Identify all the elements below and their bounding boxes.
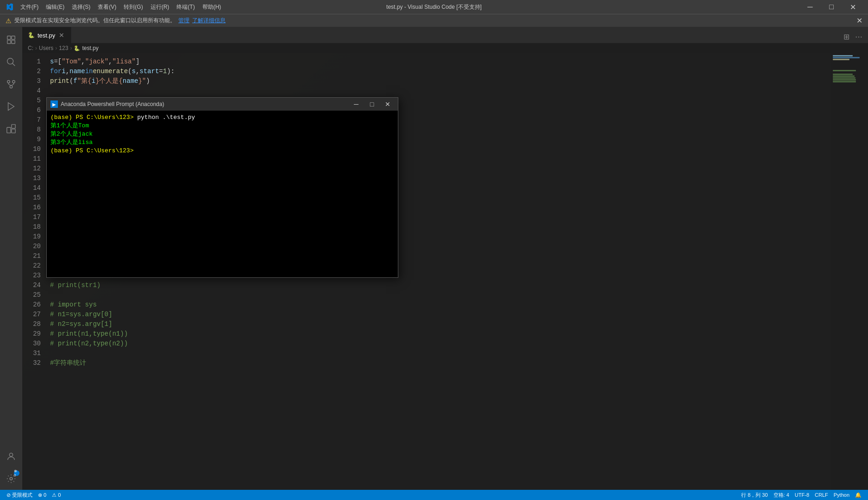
menu-help[interactable]: 帮助(H) — [199, 0, 225, 14]
status-bar: ⊘ 受限模式 ⊗ 0 ⚠ 0 行 8，列 30 空格: 4 UTF-8 CRLF… — [0, 490, 868, 500]
terminal-close-button[interactable]: ✕ — [381, 99, 394, 109]
svg-rect-3 — [12, 40, 15, 44]
code-line[interactable] — [50, 349, 831, 358]
restricted-close-button[interactable]: ✕ — [856, 16, 862, 25]
learn-more-link[interactable]: 了解详细信息 — [192, 17, 226, 25]
terminal-content[interactable]: (base) PS C:\Users\123> python .\test.py… — [47, 111, 398, 277]
menu-run[interactable]: 运行(R) — [147, 0, 173, 14]
settings-badge: ⊗ 0 — [14, 470, 19, 476]
code-line[interactable]: s=["Tom","jack","lisa"] — [50, 57, 831, 67]
minimize-button[interactable]: ─ — [799, 0, 821, 14]
terminal-line: (base) PS C:\Users\123> python .\test.py — [50, 113, 394, 122]
svg-rect-2 — [7, 40, 11, 44]
terminal-line: 第2个人是jack — [50, 130, 394, 138]
breadcrumb-sep-1: › — [35, 45, 37, 51]
tab-label: test.py — [38, 32, 55, 39]
code-line[interactable] — [50, 86, 831, 96]
cursor-position[interactable]: 行 8，列 30 — [738, 490, 770, 500]
title-bar: 文件(F) 编辑(E) 选择(S) 查看(V) 转到(G) 运行(R) 终端(T… — [0, 0, 868, 14]
activity-search[interactable] — [0, 51, 22, 73]
split-editor-button[interactable]: ⊞ — [842, 31, 851, 43]
activity-explorer[interactable] — [0, 29, 22, 51]
breadcrumb-users[interactable]: Users — [39, 45, 53, 51]
code-line[interactable]: # n1=sys.argv[0] — [50, 310, 831, 319]
activity-account[interactable] — [0, 445, 22, 468]
code-line[interactable]: #字符串统计 — [50, 358, 831, 368]
minimap — [831, 53, 868, 490]
activity-bar: ⊗ 0 — [0, 27, 22, 490]
status-right: 行 8，列 30 空格: 4 UTF-8 CRLF Python 🔔 — [738, 490, 864, 500]
svg-rect-0 — [7, 36, 11, 39]
code-line[interactable]: # print(n1,type(n1)) — [50, 329, 831, 339]
indentation[interactable]: 空格: 4 — [771, 490, 792, 500]
vscode-logo-icon — [5, 3, 13, 11]
code-line[interactable]: for i,name in enumerate(s,start=1): — [50, 67, 831, 76]
close-button[interactable]: ✕ — [842, 0, 863, 14]
errors-status[interactable]: ⊗ 0 — [35, 490, 49, 500]
svg-line-5 — [13, 63, 15, 66]
code-line[interactable]: # n2=sys.argv[1] — [50, 319, 831, 329]
svg-point-4 — [7, 58, 13, 64]
tab-test-py[interactable]: 🐍 test.py ✕ — [22, 27, 71, 43]
python-file-icon: 🐍 — [28, 32, 35, 38]
menu-file[interactable]: 文件(F) — [17, 0, 42, 14]
breadcrumb-sep-2: › — [55, 45, 57, 51]
menu-goto[interactable]: 转到(G) — [120, 0, 146, 14]
warning-icon: ⚠ — [6, 17, 12, 25]
breadcrumb-sep-3: › — [70, 45, 72, 51]
activity-source-control[interactable] — [0, 73, 22, 95]
svg-rect-1 — [12, 36, 15, 39]
breadcrumb: C: › Users › 123 › 🐍 test.py — [22, 43, 868, 53]
restricted-text: 受限模式旨在实现安全地浏览代码。信任此窗口以启用所有功能。 — [14, 17, 176, 25]
svg-point-8 — [10, 86, 13, 88]
window-controls: ─ □ ✕ — [799, 0, 863, 14]
terminal-window: ▶ Anaconda Powershell Prompt (Anaconda) … — [46, 97, 398, 278]
activity-debug[interactable] — [0, 95, 22, 118]
svg-point-7 — [13, 81, 15, 83]
menu-view[interactable]: 查看(V) — [94, 0, 120, 14]
svg-rect-14 — [7, 127, 11, 133]
terminal-titlebar: ▶ Anaconda Powershell Prompt (Anaconda) … — [47, 98, 398, 111]
terminal-title: Anaconda Powershell Prompt (Anaconda) — [61, 101, 347, 107]
line-numbers: 1234567891011121314151617181920212223242… — [22, 53, 45, 490]
svg-rect-16 — [12, 129, 15, 133]
encoding[interactable]: UTF-8 — [792, 490, 812, 500]
menu-terminal[interactable]: 终端(T) — [173, 0, 198, 14]
terminal-line: 第3个人是lisa — [50, 138, 394, 147]
breadcrumb-123[interactable]: 123 — [59, 45, 68, 51]
menu-edit[interactable]: 编辑(E) — [42, 0, 68, 14]
notifications-bell[interactable]: 🔔 — [852, 490, 864, 500]
svg-line-12 — [11, 84, 14, 86]
code-line[interactable]: # print(n2,type(n2)) — [50, 339, 831, 349]
svg-point-6 — [7, 81, 10, 83]
more-actions-button[interactable]: ⋯ — [853, 31, 864, 43]
code-line[interactable]: # import sys — [50, 300, 831, 310]
language-mode[interactable]: Python — [831, 490, 852, 500]
status-left: ⊘ 受限模式 ⊗ 0 ⚠ 0 — [4, 490, 63, 500]
window-title: test.py - Visual Studio Code [不受支持] — [386, 3, 482, 11]
activity-extensions[interactable] — [0, 118, 22, 140]
terminal-line: 第1个人是Tom — [50, 122, 394, 130]
tab-close-button[interactable]: ✕ — [58, 31, 65, 40]
tabs-bar: 🐍 test.py ✕ ⊞ ⋯ — [22, 27, 868, 43]
code-line[interactable]: print(f"第{i}个人是{name}") — [50, 76, 831, 86]
line-ending[interactable]: CRLF — [812, 490, 831, 500]
breadcrumb-file[interactable]: test.py — [82, 45, 98, 51]
menu-select[interactable]: 选择(S) — [68, 0, 94, 14]
terminal-app-icon: ▶ — [50, 100, 58, 108]
svg-marker-13 — [8, 103, 14, 111]
warnings-status[interactable]: ⚠ 0 — [49, 490, 63, 500]
terminal-maximize-button[interactable]: □ — [365, 99, 378, 109]
maximize-button[interactable]: □ — [821, 0, 842, 14]
restricted-mode-bar: ⚠ 受限模式旨在实现安全地浏览代码。信任此窗口以启用所有功能。 管理 了解详细信… — [0, 14, 868, 27]
terminal-minimize-button[interactable]: ─ — [350, 99, 363, 109]
manage-link[interactable]: 管理 — [178, 17, 189, 25]
svg-line-10 — [9, 84, 12, 86]
activity-settings[interactable]: ⊗ 0 — [0, 468, 22, 490]
svg-rect-15 — [12, 125, 15, 128]
code-line[interactable]: # print(str1) — [50, 281, 831, 290]
code-line[interactable] — [50, 290, 831, 300]
restricted-mode-status[interactable]: ⊘ 受限模式 — [4, 490, 35, 500]
svg-point-17 — [9, 453, 13, 456]
breadcrumb-c[interactable]: C: — [28, 45, 33, 51]
